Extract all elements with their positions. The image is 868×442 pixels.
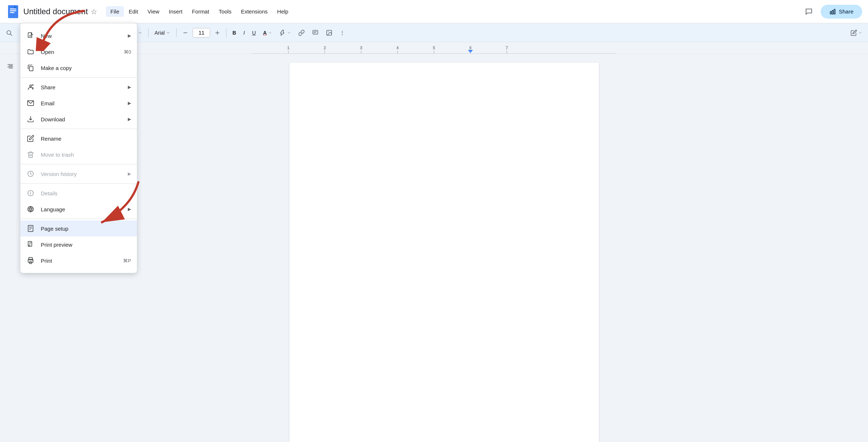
svg-point-66	[32, 260, 33, 261]
toolbar-sep-5	[226, 28, 226, 37]
bold-btn[interactable]: B	[229, 28, 239, 38]
menu-insert[interactable]: Insert	[165, 6, 187, 17]
share-menu-label: Share	[41, 84, 125, 90]
menu-item-version-history[interactable]: Version history ▶	[20, 166, 137, 182]
language-arrow: ▶	[128, 207, 131, 212]
comment-btn[interactable]	[309, 27, 321, 38]
svg-text:7: 7	[506, 46, 508, 50]
menu-file[interactable]: File	[106, 6, 123, 17]
top-right-actions: Share	[802, 4, 862, 19]
toolbar-sep-4	[176, 28, 177, 37]
text-color-btn[interactable]: A	[260, 28, 275, 38]
svg-rect-0	[8, 5, 18, 18]
download-icon	[26, 115, 35, 124]
outline-icon[interactable]	[4, 60, 17, 73]
menu-item-print-preview[interactable]: Print preview	[20, 236, 137, 253]
svg-rect-5	[832, 10, 833, 14]
menu-item-new[interactable]: New ▶	[20, 28, 137, 44]
email-label: Email	[41, 100, 125, 106]
print-label: Print	[41, 258, 123, 264]
svg-point-21	[328, 31, 328, 32]
menu-item-download[interactable]: Download ▶	[20, 111, 137, 127]
menu-item-language[interactable]: Language ▶	[20, 201, 137, 217]
menu-section-4: Version history ▶	[20, 164, 137, 184]
menu-edit[interactable]: Edit	[125, 6, 143, 17]
share-arrow: ▶	[128, 85, 131, 90]
font-family-label: Arial	[154, 30, 165, 36]
svg-point-47	[32, 85, 33, 86]
info-icon	[26, 189, 35, 197]
more-options-btn[interactable]: ⋮	[337, 28, 348, 38]
svg-rect-6	[834, 9, 835, 14]
menu-view[interactable]: View	[143, 6, 163, 17]
menu-bar: File Edit View Insert Format Tools Exten…	[106, 6, 802, 17]
share-label: Share	[839, 8, 853, 15]
edit-mode-btn[interactable]	[848, 27, 865, 38]
share-icon	[26, 83, 35, 91]
menu-section-5: Details Language ▶	[20, 184, 137, 219]
svg-point-53	[30, 191, 31, 192]
new-arrow: ▶	[128, 33, 131, 38]
image-btn[interactable]	[323, 27, 335, 38]
menu-item-details[interactable]: Details	[20, 185, 137, 201]
details-label: Details	[41, 190, 131, 196]
doc-canvas-area	[20, 54, 868, 442]
download-arrow: ▶	[128, 117, 131, 122]
svg-text:4: 4	[396, 46, 399, 50]
ruler-content: 1 2 3 4 5 6 7	[252, 42, 616, 54]
menu-item-make-copy[interactable]: Make a copy	[20, 60, 137, 76]
document-title[interactable]: Untitled document	[23, 7, 88, 16]
svg-point-46	[30, 85, 32, 87]
menu-item-rename[interactable]: Rename	[20, 130, 137, 146]
menu-item-page-setup[interactable]: Page setup	[20, 220, 137, 236]
language-label: Language	[41, 206, 125, 212]
link-btn[interactable]	[295, 27, 308, 38]
underline-btn[interactable]: U	[249, 28, 259, 38]
version-history-label: Version history	[41, 171, 125, 177]
move-to-trash-label: Move to trash	[41, 152, 131, 158]
star-icon[interactable]: ☆	[91, 7, 97, 16]
font-size-increase[interactable]	[212, 28, 223, 38]
menu-item-open[interactable]: Open ⌘0	[20, 44, 137, 60]
font-size-decrease[interactable]	[179, 28, 191, 38]
toolbar-sep-3	[148, 28, 149, 37]
menu-help[interactable]: Help	[273, 6, 293, 17]
print-shortcut: ⌘P	[123, 258, 131, 263]
print-preview-label: Print preview	[41, 242, 131, 248]
italic-btn[interactable]: I	[241, 28, 248, 38]
version-history-arrow: ▶	[128, 171, 131, 176]
svg-rect-2	[10, 10, 16, 11]
svg-rect-3	[10, 12, 15, 13]
comments-icon[interactable]	[802, 4, 816, 19]
menu-section-1: New ▶ Open ⌘0 Make a copy	[20, 26, 137, 78]
highlight-btn[interactable]	[276, 27, 294, 38]
copy-icon	[26, 63, 35, 72]
search-toolbar-btn[interactable]	[3, 27, 15, 38]
menu-item-print[interactable]: Print ⌘P	[20, 253, 137, 269]
menu-section-2: Share ▶ Email ▶ Download ▶	[20, 78, 137, 129]
menu-section-3: Rename Move to trash	[20, 129, 137, 164]
email-icon	[26, 99, 35, 107]
font-family-dropdown[interactable]: Arial	[151, 28, 173, 38]
svg-rect-45	[29, 67, 33, 71]
trash-icon	[26, 150, 35, 159]
print-preview-icon	[26, 240, 35, 249]
svg-rect-57	[28, 226, 33, 232]
font-size-input[interactable]: 11	[193, 28, 210, 38]
menu-item-email[interactable]: Email ▶	[20, 95, 137, 111]
menu-item-move-to-trash[interactable]: Move to trash	[20, 146, 137, 163]
share-button[interactable]: Share	[821, 5, 862, 19]
doc-title-area: Untitled document ☆	[23, 7, 97, 16]
menu-extensions[interactable]: Extensions	[237, 6, 272, 17]
svg-text:3: 3	[360, 46, 362, 50]
svg-text:6: 6	[469, 46, 472, 50]
doc-page[interactable]	[289, 63, 599, 442]
rename-label: Rename	[41, 136, 131, 142]
menu-tools[interactable]: Tools	[214, 6, 236, 17]
menu-item-share[interactable]: Share ▶	[20, 79, 137, 95]
download-label: Download	[41, 116, 125, 122]
page-setup-icon	[26, 224, 35, 233]
menu-format[interactable]: Format	[188, 6, 214, 17]
svg-marker-37	[468, 50, 473, 53]
app-icon	[6, 4, 20, 19]
